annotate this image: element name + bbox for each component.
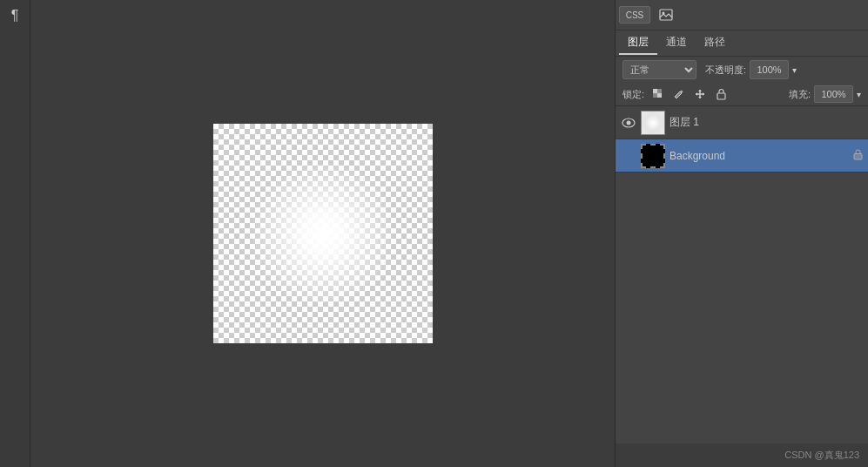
svg-rect-9	[854, 153, 862, 159]
layer-visibility-background[interactable]	[621, 148, 636, 164]
opacity-input[interactable]	[750, 60, 789, 79]
lock-all-button[interactable]	[712, 85, 730, 103]
lock-row: 锁定: 填充:	[616, 83, 868, 106]
svg-rect-4	[653, 93, 657, 98]
canvas-wrapper	[213, 124, 433, 343]
checkerboard-lock-icon	[652, 88, 664, 100]
watermark-text: CSDN @真鬼123	[784, 450, 859, 460]
image-icon	[659, 8, 673, 22]
canvas-checkerboard	[213, 124, 433, 343]
canvas-glow	[253, 164, 393, 303]
right-panel: CSS 图层 通道 路径 正常 溶解 变暗 不透明度: ▾	[615, 0, 868, 467]
css-label-button[interactable]: CSS	[619, 6, 650, 24]
vertical-toolbar: ¶	[0, 0, 30, 467]
tabs-row: 图层 通道 路径	[616, 30, 868, 57]
svg-rect-5	[657, 93, 662, 98]
layer-thumb-background	[641, 144, 665, 168]
layer-lock-icon-background	[853, 149, 863, 163]
layers-list: 图层 1 Background	[616, 106, 868, 443]
fill-label: 填充:	[789, 88, 811, 101]
icon-bar: CSS	[616, 0, 868, 30]
lock-transparent-button[interactable]	[649, 85, 667, 103]
canvas-area	[30, 0, 615, 467]
layer-name-1: 图层 1	[670, 115, 863, 130]
fill-dropdown-arrow[interactable]: ▾	[857, 90, 861, 99]
fill-input[interactable]	[814, 85, 853, 103]
layer-thumb-1	[641, 111, 665, 135]
blend-mode-select[interactable]: 正常 溶解 变暗	[622, 60, 696, 79]
eye-placeholder-background	[622, 151, 636, 161]
tab-layers[interactable]: 图层	[619, 31, 657, 55]
opacity-dropdown-arrow[interactable]: ▾	[792, 65, 797, 75]
layer-item-background[interactable]: Background	[616, 139, 868, 173]
svg-rect-0	[660, 10, 672, 20]
layer-thumb-glow-1	[642, 112, 664, 134]
css-label-text: CSS	[626, 10, 644, 20]
paragraph-tool-button[interactable]: ¶	[3, 3, 27, 28]
move-icon	[694, 88, 706, 100]
lock-image-button[interactable]	[670, 85, 688, 103]
svg-rect-3	[657, 89, 662, 93]
tab-paths[interactable]: 路径	[696, 31, 734, 55]
eye-icon-1	[622, 118, 636, 128]
tab-channels[interactable]: 通道	[657, 31, 696, 55]
lock-closed-icon	[853, 149, 863, 160]
image-icon-button[interactable]	[654, 3, 678, 27]
paragraph-icon: ¶	[11, 8, 19, 24]
layer-item-1[interactable]: 图层 1	[616, 106, 868, 139]
layer-visibility-1[interactable]	[621, 115, 636, 131]
brush-icon	[673, 88, 685, 100]
svg-rect-6	[717, 93, 725, 99]
lock-position-button[interactable]	[691, 85, 709, 103]
svg-rect-2	[653, 89, 657, 93]
lock-icon	[716, 88, 727, 100]
svg-point-8	[627, 120, 631, 125]
layer-name-background: Background	[670, 150, 849, 162]
lock-label: 锁定:	[622, 88, 644, 101]
opacity-label: 不透明度:	[705, 64, 746, 77]
watermark: CSDN @真鬼123	[616, 443, 868, 467]
blend-mode-row: 正常 溶解 变暗 不透明度: ▾	[616, 57, 868, 83]
